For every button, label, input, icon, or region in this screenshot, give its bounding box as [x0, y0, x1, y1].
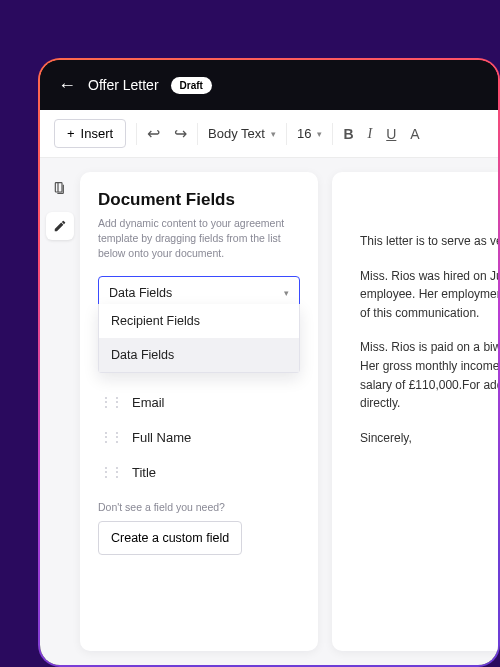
- dropdown-option-data[interactable]: Data Fields: [99, 338, 299, 372]
- font-size-value: 16: [297, 126, 311, 141]
- undo-redo-group: ↩ ↪: [147, 124, 187, 143]
- document-title: Offer Letter: [88, 77, 159, 93]
- plus-icon: +: [67, 126, 75, 141]
- toolbar-separator: [332, 123, 333, 145]
- app-window: ← Offer Letter Draft + Insert ↩ ↪ Body T…: [40, 60, 498, 665]
- format-group: B I U A: [343, 126, 419, 142]
- field-label: Title: [132, 465, 156, 480]
- document-canvas[interactable]: This letter is to serve as veri Miss. Ri…: [332, 172, 498, 651]
- doc-paragraph: Miss. Rios was hired on July employee. H…: [360, 267, 498, 323]
- panel-title: Document Fields: [98, 190, 300, 210]
- custom-field-hint: Don't see a field you need?: [98, 501, 300, 513]
- doc-paragraph: This letter is to serve as veri: [360, 232, 498, 251]
- back-arrow-icon[interactable]: ←: [58, 76, 76, 94]
- bold-button[interactable]: B: [343, 126, 353, 142]
- undo-icon[interactable]: ↩: [147, 124, 160, 143]
- toolbar-separator: [197, 123, 198, 145]
- app-frame: ← Offer Letter Draft + Insert ↩ ↪ Body T…: [38, 58, 500, 667]
- text-style-select[interactable]: Body Text ▾: [208, 126, 276, 141]
- select-value: Data Fields: [109, 286, 172, 300]
- font-size-select[interactable]: 16 ▾: [297, 126, 322, 141]
- doc-paragraph: Sincerely,: [360, 429, 498, 448]
- create-custom-field-button[interactable]: Create a custom field: [98, 521, 242, 555]
- field-type-dropdown: Recipient Fields Data Fields: [98, 304, 300, 373]
- field-item-email[interactable]: ⋮⋮ Email: [98, 388, 300, 417]
- status-badge: Draft: [171, 77, 212, 94]
- stack-icon: [52, 180, 68, 196]
- drag-handle-icon: ⋮⋮: [100, 395, 122, 409]
- field-item-full-name[interactable]: ⋮⋮ Full Name: [98, 423, 300, 452]
- text-color-button[interactable]: A: [410, 126, 419, 142]
- doc-paragraph: Miss. Rios is paid on a biwe Her gross m…: [360, 338, 498, 412]
- drag-handle-icon: ⋮⋮: [100, 430, 122, 444]
- svg-rect-0: [55, 183, 62, 192]
- toolbar-separator: [136, 123, 137, 145]
- underline-button[interactable]: U: [386, 126, 396, 142]
- side-rail: [40, 158, 80, 665]
- italic-button[interactable]: I: [368, 126, 373, 142]
- drag-handle-icon: ⋮⋮: [100, 465, 122, 479]
- titlebar: ← Offer Letter Draft: [40, 60, 498, 110]
- chevron-down-icon: ▾: [271, 129, 276, 139]
- field-label: Full Name: [132, 430, 191, 445]
- field-item-title[interactable]: ⋮⋮ Title: [98, 458, 300, 487]
- pencil-icon: [53, 219, 67, 233]
- chevron-down-icon: ▾: [317, 129, 322, 139]
- chevron-down-icon: ▾: [284, 288, 289, 298]
- fields-rail-button[interactable]: [46, 174, 74, 202]
- edit-rail-button[interactable]: [46, 212, 74, 240]
- dropdown-option-recipient[interactable]: Recipient Fields: [99, 304, 299, 338]
- toolbar-separator: [286, 123, 287, 145]
- panel-description: Add dynamic content to your agreement te…: [98, 216, 300, 262]
- redo-icon[interactable]: ↪: [174, 124, 187, 143]
- content-area: Document Fields Add dynamic content to y…: [40, 158, 498, 665]
- fields-panel: Document Fields Add dynamic content to y…: [80, 172, 318, 651]
- insert-label: Insert: [81, 126, 114, 141]
- insert-button[interactable]: + Insert: [54, 119, 126, 148]
- field-label: Email: [132, 395, 165, 410]
- field-list: ⋮⋮ Email ⋮⋮ Full Name ⋮⋮ Title: [98, 388, 300, 487]
- toolbar: + Insert ↩ ↪ Body Text ▾ 16 ▾ B I U: [40, 110, 498, 158]
- text-style-value: Body Text: [208, 126, 265, 141]
